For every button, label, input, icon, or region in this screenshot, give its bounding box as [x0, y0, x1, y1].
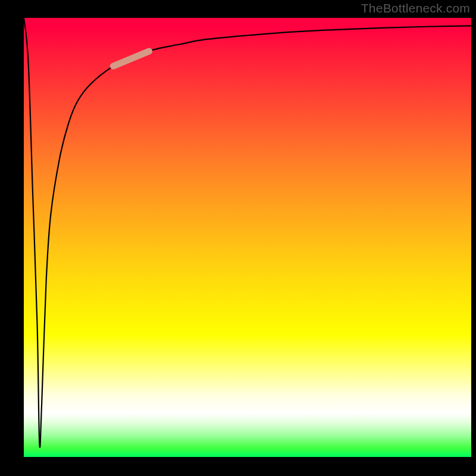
plot-area	[24, 18, 471, 457]
bottleneck-curve-path	[24, 18, 471, 447]
chart-frame: TheBottleneck.com	[0, 0, 476, 476]
curve-layer	[24, 18, 471, 457]
marker-segment-path	[113, 51, 149, 66]
attribution-label: TheBottleneck.com	[361, 1, 470, 15]
